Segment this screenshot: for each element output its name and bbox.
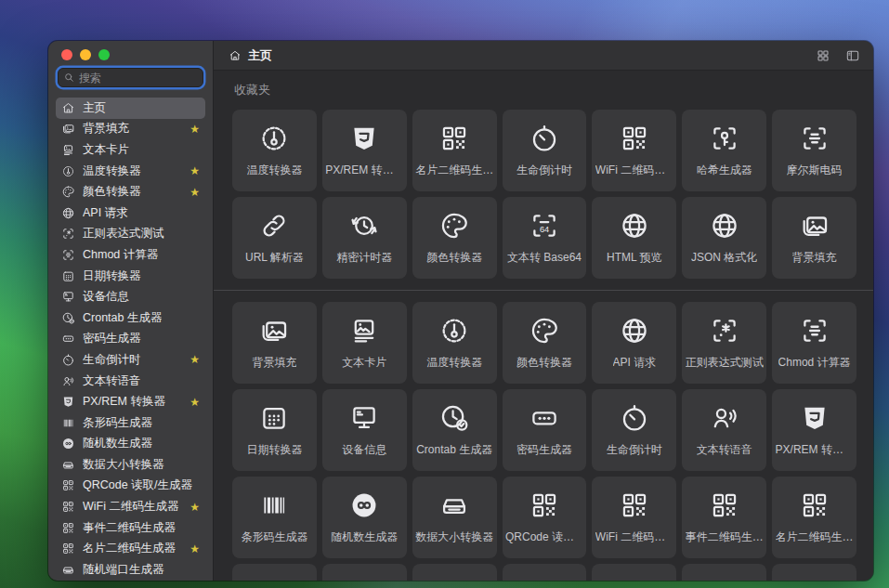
css-icon (799, 402, 830, 434)
drive-icon (61, 458, 75, 472)
tool-card[interactable]: PX/REM 转换器 (772, 389, 856, 471)
tool-card-label: JSON 格式化 (691, 250, 757, 266)
tool-card[interactable]: 正则表达式测试 (682, 302, 766, 384)
tool-card[interactable]: 日期转换器 (232, 389, 317, 471)
qr-icon (61, 542, 75, 555)
tool-card[interactable]: 64文本转 Base64 (503, 197, 587, 279)
tool-card[interactable]: 密码生成器 (503, 389, 587, 471)
tool-card[interactable] (412, 564, 497, 581)
tool-card[interactable]: Chmod 计算器 (772, 302, 856, 384)
barcode-icon (258, 490, 290, 521)
timer-icon (529, 123, 560, 154)
qr-icon (799, 490, 830, 521)
favorite-star-icon: ★ (186, 397, 200, 408)
tool-card[interactable]: 数据大小转换器 (412, 477, 497, 558)
sidebar-item[interactable]: 事件二维码生成器 (56, 517, 205, 539)
sidebar-item[interactable]: Crontab 生成器 (56, 307, 205, 329)
tool-card[interactable]: QRCode 读取/生成器 (503, 477, 587, 558)
tool-card[interactable]: URL 解析器 (232, 197, 317, 279)
tool-card[interactable] (322, 564, 407, 581)
sidebar-item[interactable]: 密码生成器 (56, 329, 205, 350)
tool-card[interactable]: 名片二维码生成器 (772, 477, 856, 558)
tool-card[interactable]: 文本转语音 (682, 389, 766, 471)
sidebar-item[interactable]: 数据大小转换器 (56, 454, 205, 476)
sidebar-item-label: QRCode 读取/生成器 (83, 477, 192, 493)
tool-card-label: 设备信息 (342, 442, 386, 458)
main-header: 主页 (214, 41, 873, 71)
tool-card[interactable]: 事件二维码生成器 (682, 477, 766, 558)
tool-card[interactable] (503, 564, 587, 581)
zoom-button[interactable] (98, 49, 110, 60)
home-icon (61, 101, 75, 115)
password-icon (61, 332, 75, 346)
sidebar-item[interactable]: 设备信息 (56, 286, 205, 307)
tool-card[interactable]: 哈希生成器 (682, 110, 766, 191)
minimize-button[interactable] (80, 49, 91, 60)
tool-card[interactable]: 颜色转换器 (503, 302, 587, 384)
globe-icon (619, 210, 650, 242)
sidebar-item-label: 生命倒计时 (83, 352, 141, 368)
tool-card[interactable] (682, 564, 766, 581)
search-input[interactable] (75, 72, 198, 85)
sidebar-item-label: 随机数生成器 (83, 436, 152, 451)
sidebar-item[interactable]: Chmod 计算器 (56, 244, 205, 266)
sidebar-item[interactable]: 背景填充★ (56, 119, 205, 140)
sidebar-item[interactable]: QRCode 读取/生成器 (56, 476, 205, 497)
sidebar-item[interactable]: 文本转语音 (56, 371, 205, 392)
tool-card[interactable]: 温度转换器 (412, 302, 497, 384)
tool-card[interactable]: Crontab 生成器 (412, 389, 497, 471)
sidebar-item[interactable]: API 请求 (56, 203, 205, 224)
sidebar-item[interactable]: 日期转换器 (56, 266, 205, 287)
sidebar-item-label: 温度转换器 (83, 163, 141, 179)
tool-card[interactable]: JSON 格式化 (682, 197, 766, 279)
sidebar-item[interactable]: 随机端口生成器 (56, 559, 205, 581)
sidebar-item[interactable]: 文本卡片 (56, 139, 205, 161)
tool-card[interactable] (232, 564, 317, 581)
tool-card[interactable]: 条形码生成器 (232, 477, 317, 558)
sidebar-item[interactable]: 随机数生成器 (56, 434, 205, 455)
toggle-panel-icon[interactable] (845, 48, 860, 63)
traffic-lights (48, 41, 213, 66)
clock-sync-icon (348, 210, 380, 242)
tool-card[interactable]: API 请求 (592, 302, 676, 384)
tool-card[interactable]: PX/REM 转换器 (322, 110, 407, 191)
tool-card[interactable]: 随机数生成器 (322, 477, 407, 558)
tool-card[interactable] (592, 564, 676, 581)
tool-card[interactable]: 生命倒计时 (503, 110, 587, 191)
close-button[interactable] (61, 49, 72, 60)
sidebar-item[interactable]: WiFi 二维码生成器★ (56, 496, 205, 517)
qr-icon (619, 123, 650, 154)
tool-card[interactable]: 精密计时器 (322, 197, 407, 279)
tool-card-label: 颜色转换器 (426, 250, 482, 266)
tool-card[interactable]: 背景填充 (232, 302, 317, 384)
tool-card[interactable] (772, 564, 856, 581)
sidebar-item[interactable]: 生命倒计时★ (56, 349, 205, 371)
sidebar: 主页背景填充★文本卡片温度转换器★颜色转换器★API 请求正则表达式测试Chmo… (48, 41, 214, 581)
home-icon (229, 49, 242, 62)
tool-card[interactable]: HTML 预览 (592, 197, 676, 279)
sidebar-item[interactable]: 颜色转换器★ (56, 181, 205, 203)
tool-card[interactable]: 温度转换器 (232, 110, 317, 191)
sidebar-item-label: 背景填充 (83, 121, 129, 137)
sidebar-item[interactable]: 温度转换器★ (56, 161, 205, 182)
tool-card[interactable]: 名片二维码生成器 (412, 110, 497, 191)
search-field[interactable] (58, 68, 203, 87)
tool-card[interactable]: 颜色转换器 (412, 197, 497, 279)
tool-card[interactable]: 摩尔斯电码 (772, 110, 856, 191)
tool-card[interactable]: WiFi 二维码生成器 (592, 110, 676, 191)
timer-icon (619, 402, 650, 434)
regex-icon (709, 315, 740, 346)
grid-view-icon[interactable] (816, 48, 830, 63)
thermometer-icon (61, 164, 75, 178)
regex-icon (61, 227, 75, 241)
tool-card[interactable]: 文本卡片 (322, 302, 407, 384)
sidebar-item[interactable]: 名片二维码生成器★ (56, 538, 205, 559)
sidebar-item[interactable]: 正则表达式测试 (56, 224, 205, 245)
tool-card[interactable]: WiFi 二维码生成器 (592, 477, 676, 558)
tool-card[interactable]: 设备信息 (322, 389, 407, 471)
tool-card[interactable]: 背景填充 (772, 197, 856, 279)
tool-card[interactable]: 生命倒计时 (592, 389, 676, 471)
sidebar-item[interactable]: 条形码生成器 (56, 412, 205, 434)
sidebar-item[interactable]: 主页 (56, 98, 205, 119)
sidebar-item[interactable]: PX/REM 转换器★ (56, 391, 205, 412)
